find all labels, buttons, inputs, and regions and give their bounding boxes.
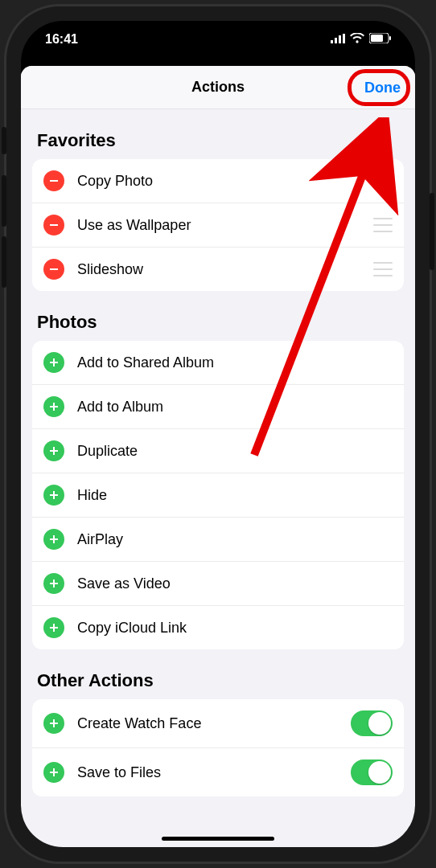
add-icon[interactable] — [43, 440, 64, 461]
svg-rect-23 — [50, 627, 58, 628]
item-label: Copy iCloud Link — [77, 620, 393, 637]
remove-icon[interactable] — [43, 259, 64, 280]
home-indicator[interactable] — [162, 837, 274, 841]
drag-handle-icon[interactable] — [373, 262, 393, 276]
item-label: Hide — [77, 487, 393, 504]
list-item[interactable]: Hide — [32, 473, 404, 518]
screen: 16:41 Actions Done Favorites — [21, 21, 415, 847]
item-label: Duplicate — [77, 443, 393, 460]
list-item[interactable]: Add to Shared Album — [32, 341, 404, 385]
svg-rect-0 — [331, 40, 333, 43]
list-item[interactable]: Add to Album — [32, 385, 404, 429]
other-list: Create Watch Face Save to Files — [32, 699, 404, 796]
done-button[interactable]: Done — [364, 79, 401, 96]
svg-rect-19 — [50, 538, 58, 540]
list-item[interactable]: Slideshow — [32, 248, 404, 291]
photos-list: Add to Shared Album Add to Album Duplica… — [32, 341, 404, 649]
add-icon[interactable] — [43, 573, 64, 594]
sheet-title: Actions — [191, 79, 245, 96]
svg-rect-11 — [50, 362, 58, 363]
sheet-header: Actions Done — [21, 66, 415, 109]
volume-down-button[interactable] — [2, 236, 6, 288]
list-item[interactable]: Use as Wallpaper — [32, 203, 404, 248]
wifi-icon — [350, 32, 364, 47]
list-item[interactable]: Save to Files — [32, 748, 404, 796]
add-icon[interactable] — [43, 529, 64, 550]
remove-icon[interactable] — [43, 215, 64, 235]
add-icon[interactable] — [43, 713, 64, 734]
item-label: Copy Photo — [77, 173, 373, 190]
status-time: 16:41 — [45, 32, 78, 47]
svg-rect-2 — [339, 35, 341, 43]
remove-icon[interactable] — [43, 170, 64, 191]
battery-icon — [369, 32, 391, 47]
list-item[interactable]: Create Watch Face — [32, 699, 404, 748]
svg-rect-1 — [335, 38, 337, 43]
sheet-content[interactable]: Favorites Copy Photo Use as Wallpaper — [21, 109, 415, 847]
list-item[interactable]: Save as Video — [32, 562, 404, 606]
section-header-other: Other Actions — [37, 670, 404, 691]
svg-rect-6 — [389, 36, 391, 40]
item-label: Slideshow — [77, 261, 373, 278]
section-header-photos: Photos — [37, 312, 404, 333]
svg-rect-5 — [371, 35, 383, 42]
list-item[interactable]: AirPlay — [32, 518, 404, 562]
svg-rect-21 — [50, 583, 58, 584]
item-label: AirPlay — [77, 531, 393, 548]
item-label: Add to Album — [77, 399, 393, 416]
svg-rect-3 — [343, 34, 345, 43]
notch — [130, 21, 306, 43]
add-icon[interactable] — [43, 396, 64, 417]
power-button[interactable] — [430, 193, 434, 270]
svg-rect-9 — [50, 268, 58, 270]
add-icon[interactable] — [43, 352, 64, 373]
volume-up-button[interactable] — [2, 175, 6, 227]
list-item[interactable]: Copy Photo — [32, 159, 404, 203]
item-label: Save to Files — [77, 764, 351, 781]
list-item[interactable]: Copy iCloud Link — [32, 606, 404, 649]
section-header-favorites: Favorites — [37, 130, 404, 151]
svg-rect-13 — [50, 406, 58, 407]
item-label: Add to Shared Album — [77, 354, 393, 371]
drag-handle-icon[interactable] — [373, 174, 393, 188]
add-icon[interactable] — [43, 762, 64, 783]
cellular-signal-icon — [331, 32, 345, 47]
add-icon[interactable] — [43, 485, 64, 506]
svg-rect-27 — [50, 772, 58, 773]
item-label: Use as Wallpaper — [77, 217, 373, 234]
toggle-switch[interactable] — [351, 760, 393, 785]
svg-rect-25 — [50, 723, 58, 724]
mute-switch[interactable] — [2, 127, 6, 154]
toggle-switch[interactable] — [351, 710, 393, 736]
add-icon[interactable] — [43, 617, 64, 638]
item-label: Save as Video — [77, 575, 393, 592]
device-frame: 16:41 Actions Done Favorites — [6, 6, 430, 862]
item-label: Create Watch Face — [77, 715, 351, 732]
favorites-list: Copy Photo Use as Wallpaper Slideshow — [32, 159, 404, 291]
list-item[interactable]: Duplicate — [32, 429, 404, 473]
actions-sheet: Actions Done Favorites Copy Photo Use as… — [21, 66, 415, 847]
svg-rect-15 — [50, 450, 58, 452]
svg-rect-17 — [50, 494, 58, 496]
svg-rect-8 — [50, 224, 58, 226]
drag-handle-icon[interactable] — [373, 218, 393, 232]
svg-rect-7 — [50, 180, 58, 182]
